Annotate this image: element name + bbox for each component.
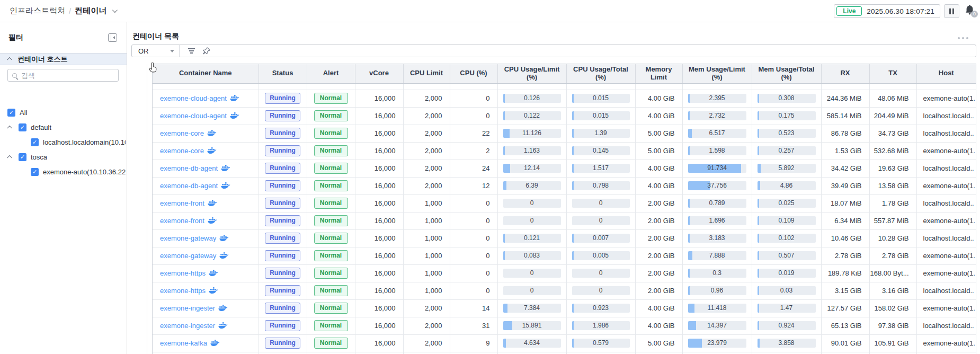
- container-name-link[interactable]: exemone-core: [160, 147, 204, 155]
- container-name-link[interactable]: exemone-front: [160, 217, 204, 225]
- checkbox-checked-icon[interactable]: ✓: [31, 138, 39, 146]
- mem_usage_total-cell: 3.858: [752, 334, 821, 352]
- column-header[interactable]: Mem Usage/Total (%): [752, 64, 821, 83]
- container-name-link[interactable]: exemone-cloud-agent: [160, 112, 227, 120]
- container-name-link[interactable]: exemone-core: [160, 129, 204, 137]
- table-row[interactable]: exemone-gateway RunningNormal16,0001,000…: [153, 229, 976, 247]
- docker-whale-icon: [207, 147, 217, 154]
- checkbox-checked-icon[interactable]: ✓: [19, 153, 26, 161]
- spacer-cell: [682, 83, 752, 90]
- column-header[interactable]: CPU Limit: [403, 64, 450, 83]
- table-row[interactable]: exemone-kafka RunningNormal16,0002,00094…: [153, 334, 976, 352]
- usage-bar: 11.418: [688, 304, 746, 313]
- tx-cell: 3.16 GiB: [869, 282, 916, 299]
- table-row[interactable]: exemone-gateway RunningNormal16,0001,000…: [153, 247, 976, 264]
- breadcrumb-separator: /: [69, 6, 71, 15]
- tree-item-default[interactable]: ✓ default: [8, 122, 51, 132]
- mem_usage_total-cell: 0.175: [752, 107, 821, 125]
- table-row[interactable]: exemone-core RunningNormal16,0002,000221…: [153, 125, 976, 142]
- container-name-link[interactable]: exemone-cloud-agent: [160, 94, 227, 102]
- column-header[interactable]: TX: [869, 64, 916, 83]
- table-row[interactable]: exemone-core RunningNormal16,0002,00021.…: [153, 142, 976, 160]
- rx-cell: 189.78 KiB: [821, 264, 869, 282]
- chevron-down-icon[interactable]: [112, 7, 118, 13]
- host-search-box[interactable]: [7, 69, 119, 82]
- container-name-link[interactable]: exemone-ingester: [160, 322, 215, 330]
- column-header[interactable]: Mem Usage/Limit (%): [682, 64, 752, 83]
- tree-expander-icon[interactable]: [7, 155, 12, 160]
- checkbox-checked-icon[interactable]: ✓: [19, 123, 26, 131]
- collapse-panel-icon[interactable]: [108, 33, 117, 42]
- table-row[interactable]: exemone-ingester RunningNormal16,0002,00…: [153, 299, 976, 317]
- column-header[interactable]: RX: [821, 64, 869, 83]
- column-header[interactable]: Memory Limit: [635, 64, 682, 83]
- column-header[interactable]: vCore: [355, 64, 403, 83]
- table-row[interactable]: exemone-https RunningNormal16,0001,00000…: [153, 264, 976, 282]
- container-name-link[interactable]: exemone-gateway: [160, 234, 216, 242]
- status-badge: Running: [265, 145, 300, 156]
- pin-icon[interactable]: [203, 47, 210, 55]
- breadcrumb-section[interactable]: 인프라스트럭쳐: [10, 6, 65, 16]
- status-cell: Running: [259, 212, 307, 229]
- spacer-cell: [821, 83, 869, 90]
- column-header[interactable]: Container Name: [153, 64, 259, 83]
- tree-item-all[interactable]: ✓ All: [7, 107, 27, 118]
- column-header[interactable]: CPU Usage/Total (%): [566, 64, 635, 83]
- container-name-link[interactable]: exemone-https: [160, 269, 206, 277]
- more-options-icon[interactable]: [958, 37, 968, 39]
- spacer-row: [153, 83, 976, 90]
- table-row[interactable]: exemone-cloud-agent RunningNormal16,0002…: [153, 107, 976, 125]
- container-name-link[interactable]: exemone-https: [160, 287, 206, 295]
- mem_limit-cell: 5.00 GiB: [635, 125, 682, 142]
- checkbox-checked-icon[interactable]: ✓: [31, 168, 39, 176]
- breadcrumb-current[interactable]: 컨테이너: [75, 6, 106, 16]
- tree-item-localhost[interactable]: ✓ localhost.localdomain(10.10.4..: [31, 137, 126, 147]
- container-name-link[interactable]: exemone-ingester: [160, 304, 215, 312]
- container-name-link[interactable]: exemone-gateway: [160, 252, 216, 260]
- table-row[interactable]: exemone-front RunningNormal16,0001,00000…: [153, 194, 976, 212]
- cpu_limit-cell: 2,000: [403, 125, 450, 142]
- mem_usage_limit-cell: 11.418: [682, 299, 752, 317]
- tree-expander-icon[interactable]: [7, 125, 12, 130]
- cpu_limit-cell: 2,000: [403, 142, 450, 160]
- operator-select[interactable]: OR: [132, 45, 180, 57]
- column-header[interactable]: Host: [916, 64, 976, 83]
- usage-bar: 1.47: [758, 304, 816, 313]
- time-range-box[interactable]: Live 2025.06.30 18:07:21: [834, 4, 940, 18]
- column-header[interactable]: CPU (%): [450, 64, 497, 83]
- table-row[interactable]: exemone-cloud-agent RunningNormal16,0002…: [153, 90, 976, 107]
- tree-item-tosca[interactable]: ✓ tosca: [8, 152, 47, 162]
- container-name-link[interactable]: exemone-db-agent: [160, 182, 218, 190]
- mem_usage_limit-cell: 1.696: [682, 212, 752, 229]
- column-header[interactable]: Status: [259, 64, 307, 83]
- status-badge: Running: [265, 163, 300, 174]
- tree-item-exemone-auto[interactable]: ✓ exemone-auto(10.10.36.227): [31, 166, 126, 177]
- table-scroll-gutter[interactable]: [147, 64, 147, 354]
- usage-bar-value: 1.39: [572, 129, 630, 138]
- table-row[interactable]: exemone-ingester RunningNormal16,0002,00…: [153, 317, 976, 334]
- checkbox-checked-icon[interactable]: ✓: [7, 109, 15, 117]
- status-cell: Running: [259, 107, 307, 125]
- container-name-link[interactable]: exemone-front: [160, 199, 204, 207]
- cpu_usage_total-cell: 1.986: [566, 317, 635, 334]
- usage-bar: 0.019: [758, 269, 816, 278]
- notification-bell[interactable]: 0: [965, 5, 976, 17]
- table-row[interactable]: exemone-front RunningNormal16,0001,00000…: [153, 212, 976, 229]
- column-header[interactable]: Alert: [307, 64, 355, 83]
- filter-lines-icon[interactable]: [188, 48, 195, 54]
- cpu_limit-cell: 2,000: [403, 334, 450, 352]
- table-row[interactable]: exemone-https RunningNormal16,0001,00000…: [153, 282, 976, 299]
- pause-button[interactable]: [944, 4, 959, 18]
- mem_usage_total-cell: 0.03: [752, 282, 821, 299]
- container-name-link[interactable]: exemone-db-agent: [160, 164, 218, 172]
- column-header[interactable]: CPU Usage/Limit (%): [497, 64, 566, 83]
- container-name-link[interactable]: exemone-kafka: [160, 339, 207, 347]
- usage-bar: 0: [503, 286, 561, 295]
- tree-label: localhost.localdomain(10.10.4..: [43, 138, 126, 146]
- usage-bar: 1.598: [688, 146, 746, 155]
- search-input[interactable]: [21, 72, 114, 79]
- table-row[interactable]: exemone-db-agent RunningNormal16,0002,00…: [153, 177, 976, 194]
- container-host-section-header[interactable]: 컨테이너 호스트: [0, 53, 127, 65]
- usage-bar-value: 0: [572, 286, 630, 295]
- table-row[interactable]: exemone-db-agent RunningNormal16,0002,00…: [153, 160, 976, 177]
